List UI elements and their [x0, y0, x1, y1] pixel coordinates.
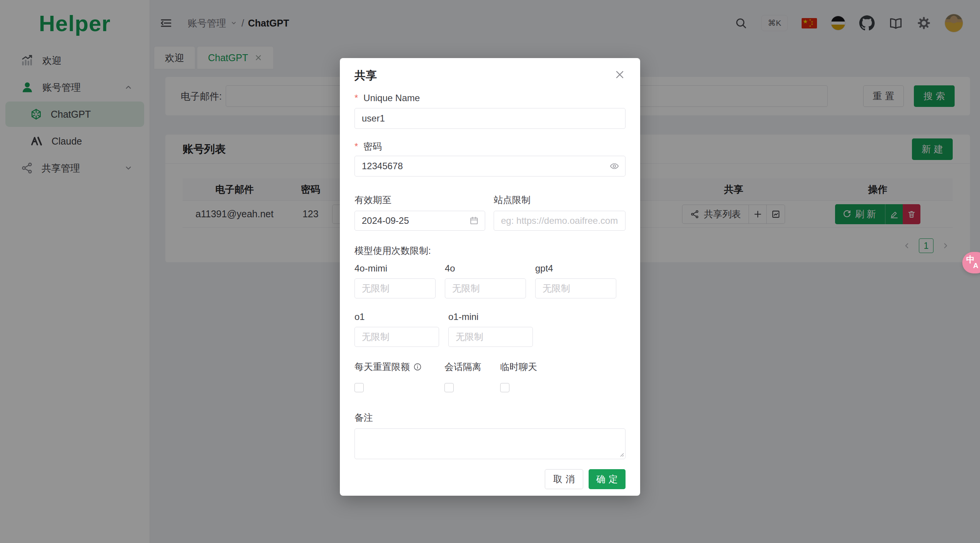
- model-gpt4-label: gpt4: [535, 263, 616, 274]
- app-root: Helper 欢迎 账号管理: [0, 0, 980, 543]
- model-4o-mimi-label: 4o-mimi: [354, 263, 436, 274]
- resize-grip[interactable]: [619, 451, 624, 458]
- info-icon[interactable]: [413, 362, 422, 371]
- model-o1-mini-input[interactable]: [448, 327, 533, 347]
- site-limit-input[interactable]: [494, 211, 626, 231]
- remark-textarea[interactable]: [354, 428, 626, 459]
- password-input[interactable]: [354, 156, 626, 177]
- translate-en-glyph: A: [973, 262, 978, 270]
- model-o1-mini-label: o1-mini: [448, 311, 533, 322]
- remark-label: 备注: [354, 411, 626, 424]
- close-icon[interactable]: [614, 69, 626, 82]
- share-modal: 共享 Unique Name 密码 有效期至: [340, 58, 640, 496]
- eye-icon[interactable]: [609, 161, 619, 171]
- confirm-button[interactable]: 确定: [589, 469, 626, 489]
- daily-reset-checkbox[interactable]: [354, 383, 364, 392]
- temporary-chat-label: 临时聊天: [500, 361, 537, 373]
- valid-until-label: 有效期至: [354, 194, 485, 206]
- valid-until-input[interactable]: [354, 211, 485, 231]
- model-gpt4-input[interactable]: [535, 278, 616, 298]
- session-isolation-label: 会话隔离: [444, 361, 500, 373]
- temporary-chat-checkbox[interactable]: [500, 383, 509, 392]
- model-4o-mimi-input[interactable]: [354, 278, 436, 298]
- password-label: 密码: [354, 140, 626, 153]
- model-4o-input[interactable]: [445, 278, 526, 298]
- modal-header: 共享: [354, 68, 626, 87]
- session-isolation-checkbox[interactable]: [444, 383, 454, 392]
- modal-footer: 取消 确定: [354, 469, 626, 489]
- model-o1-input[interactable]: [354, 327, 439, 347]
- model-o1-label: o1: [354, 311, 439, 322]
- calendar-icon: [469, 216, 479, 226]
- unique-name-label: Unique Name: [354, 93, 626, 103]
- daily-reset-text: 每天重置限额: [354, 361, 410, 373]
- unique-name-input[interactable]: [354, 108, 626, 129]
- modal-title: 共享: [354, 68, 377, 83]
- cancel-button[interactable]: 取消: [545, 469, 583, 489]
- model-4o-label: 4o: [445, 263, 526, 274]
- model-limits-label: 模型使用次数限制:: [354, 245, 626, 257]
- daily-reset-label: 每天重置限额: [354, 361, 444, 373]
- site-limit-label: 站点限制: [494, 194, 626, 206]
